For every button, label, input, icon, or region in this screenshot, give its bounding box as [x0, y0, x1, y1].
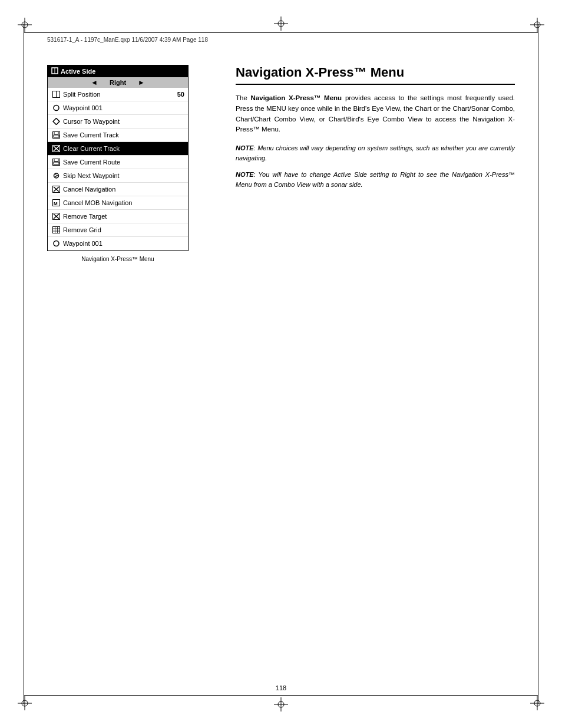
svg-point-22: [54, 106, 59, 111]
note2-label: NOTE: [236, 171, 254, 178]
svg-rect-32: [54, 162, 59, 164]
reg-mark-bottom-right: [530, 696, 544, 710]
nav-label: Right: [110, 79, 126, 86]
menu-item-label: Remove Grid: [63, 226, 101, 233]
header-meta: 531617-1_A - 1197c_ManE.qxp 11/6/2007 4:…: [47, 37, 208, 43]
menu-item-label: Save Current Route: [63, 159, 120, 166]
menu-item-save-track: Save Current Track: [48, 129, 188, 142]
menu-item-label: Waypoint 001: [63, 104, 103, 111]
reg-mark-bottom-center: [274, 697, 288, 711]
nav-right-arrow: ►: [138, 78, 145, 87]
menu-item-label: Save Current Track: [63, 131, 119, 139]
svg-point-49: [54, 241, 59, 246]
svg-point-33: [54, 173, 58, 178]
svg-marker-23: [53, 118, 59, 125]
body-paragraph: The Navigation X-Press™ Menu provides ac…: [236, 93, 515, 135]
reg-mark-top-center: [274, 17, 288, 31]
menu-item-label: Waypoint 001: [63, 240, 103, 247]
menu-item-save-route: Save Current Route: [48, 156, 188, 169]
note2-text: : You will have to change Active Side se…: [236, 171, 515, 188]
menu-nav-row: ◄ Right ►: [48, 77, 188, 88]
menu-header-row: Active Side: [48, 65, 188, 77]
menu-item-cursor-waypoint: Cursor To Waypoint: [48, 115, 188, 129]
menu-item-waypoint: Waypoint 001: [48, 101, 188, 115]
save-track-icon: [51, 131, 61, 139]
waypoint-bottom-icon: [51, 239, 61, 248]
svg-line-35: [55, 176, 58, 177]
menu-item-remove-target: Remove Target: [48, 210, 188, 223]
split-position-icon: [51, 90, 61, 98]
remove-grid-icon: [51, 226, 61, 234]
svg-rect-44: [52, 227, 59, 233]
page-border-top: [24, 32, 538, 33]
reg-mark-top-right: [530, 18, 544, 32]
menu-item-skip-waypoint: Skip Next Waypoint: [48, 169, 188, 183]
page-border-bottom: [24, 695, 538, 696]
menu-item-label: Clear Current Track: [63, 145, 120, 152]
menu-item-cancel-mob: M Cancel MOB Navigation: [48, 196, 188, 210]
cancel-mob-icon: M: [51, 199, 61, 207]
page-number: 118: [276, 684, 286, 691]
reg-mark-top-left: [18, 18, 32, 32]
svg-rect-25: [54, 132, 58, 134]
menu-item-split-position: Split Position 50: [48, 88, 188, 101]
clear-track-icon: [51, 144, 61, 153]
save-route-icon: [51, 158, 61, 166]
note-1: NOTE: Menu choices will vary depending o…: [236, 143, 515, 163]
nav-left-arrow: ◄: [91, 78, 98, 87]
cursor-waypoint-icon: [51, 117, 61, 126]
reg-mark-bottom-left: [18, 696, 32, 710]
section-title: Navigation X-Press™ Menu: [236, 65, 515, 85]
page-border-left: [24, 24, 24, 704]
right-panel: Navigation X-Press™ Menu The Navigation …: [236, 65, 515, 262]
note1-text: : Menu choices will vary depending on sy…: [236, 144, 515, 162]
svg-rect-31: [54, 159, 58, 162]
svg-text:M: M: [54, 201, 58, 206]
remove-target-icon: [51, 212, 61, 220]
cancel-nav-icon: [51, 185, 61, 193]
split-position-value: 50: [177, 91, 184, 98]
content-area: Active Side ◄ Right ► Split Position 50: [47, 65, 515, 262]
svg-rect-26: [54, 135, 59, 137]
menu-item-label: Skip Next Waypoint: [63, 172, 120, 179]
menu-item-waypoint-bottom: Waypoint 001: [48, 237, 188, 251]
svg-line-34: [55, 174, 58, 176]
menu-item-label: Cursor To Waypoint: [63, 118, 120, 125]
waypoint-icon: [51, 104, 61, 112]
menu-header-label: Active Side: [61, 68, 95, 75]
menu-item-remove-grid: Remove Grid: [48, 223, 188, 237]
note1-label: NOTE: [236, 144, 254, 151]
menu-item-label: Split Position: [63, 91, 101, 98]
menu-item-label: Remove Target: [63, 213, 107, 220]
menu-item-clear-track: Clear Current Track: [48, 142, 188, 156]
menu-item-cancel-nav: Cancel Navigation: [48, 183, 188, 196]
menu-item-label: Cancel MOB Navigation: [63, 199, 132, 206]
menu-container: Active Side ◄ Right ► Split Position 50: [47, 65, 189, 251]
left-panel: Active Side ◄ Right ► Split Position 50: [47, 65, 218, 262]
note-2: NOTE: You will have to change Active Sid…: [236, 170, 515, 189]
skip-waypoint-icon: [51, 172, 61, 180]
active-side-icon: [51, 67, 58, 75]
menu-caption: Navigation X-Press™ Menu: [47, 256, 189, 262]
menu-item-label: Cancel Navigation: [63, 186, 115, 193]
body-bold: Navigation X-Press™ Menu: [251, 94, 342, 101]
page-border-right: [538, 24, 538, 704]
